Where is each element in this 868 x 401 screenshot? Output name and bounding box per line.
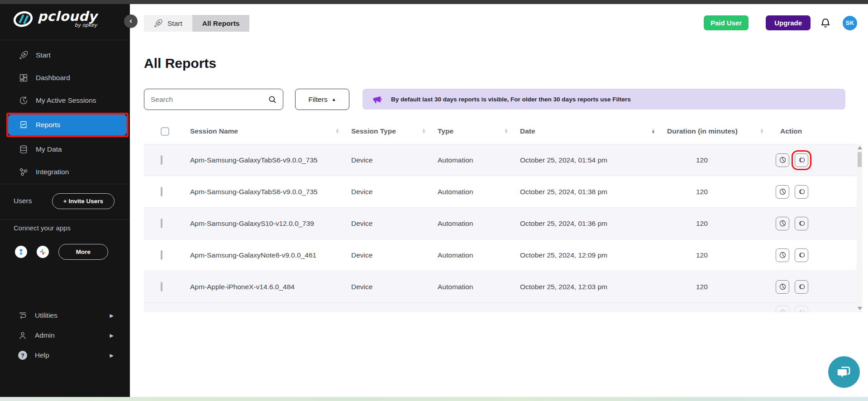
user-avatar[interactable]: SK <box>843 16 857 30</box>
table-row: Apm-Samsung-GalaxyS10-v12.0.0_739 Device… <box>144 207 857 239</box>
dashboard-icon <box>19 73 28 82</box>
sidebar-collapse-button[interactable]: ‹ <box>124 14 138 28</box>
invite-users-button[interactable]: + Invite Users <box>52 193 114 209</box>
row-checkbox[interactable] <box>161 219 162 228</box>
sidebar-item-help[interactable]: ? Help ▶ <box>0 345 130 365</box>
sessions-button[interactable] <box>795 185 808 199</box>
tab-start[interactable]: Start <box>144 15 192 32</box>
search-box <box>144 89 283 110</box>
cell-type: Automation <box>438 251 520 259</box>
cell-session-type: Device <box>351 251 438 259</box>
more-apps-button[interactable]: More <box>58 244 108 260</box>
sidebar-divider <box>0 184 130 184</box>
cell-duration: 120 <box>667 283 776 291</box>
cell-session-name: Apm-Samsung-GalaxyS10-v12.0.0_739 <box>190 220 351 228</box>
select-all-checkbox[interactable] <box>161 127 169 136</box>
upgrade-button[interactable]: Upgrade <box>766 15 811 30</box>
report-pie-chart-button[interactable] <box>776 280 789 294</box>
sort-icons[interactable]: ▲▼ <box>335 129 339 134</box>
row-checkbox[interactable] <box>161 282 162 291</box>
sessions-button[interactable] <box>795 306 808 312</box>
sidebar-item-integration[interactable]: Integration <box>0 161 130 183</box>
sidebar-nav: Start Dashboard My Active Sessions <box>0 44 130 183</box>
banner-text: By default last 30 days reports is visib… <box>391 96 631 103</box>
table-row-partial <box>144 302 857 312</box>
cell-session-name: Apm-Samsung-GalaxyTabS6-v9.0.0_735 <box>190 156 351 164</box>
connect-apps-row: More <box>15 244 108 260</box>
topbar-actions: Paid User Upgrade SK <box>704 15 857 30</box>
sessions-button[interactable] <box>795 280 808 294</box>
tab-label: Start <box>167 19 182 28</box>
slack-icon[interactable] <box>37 246 49 258</box>
scroll-down-icon[interactable] <box>858 307 862 310</box>
cell-duration: 120 <box>667 220 776 228</box>
sort-icons[interactable]: ▲▼ <box>504 129 508 134</box>
jira-icon[interactable] <box>15 246 27 258</box>
column-header-session-type[interactable]: Session Type <box>351 127 396 135</box>
report-icon <box>19 120 28 129</box>
utilities-icon <box>18 311 27 320</box>
row-actions <box>776 217 857 230</box>
cell-date: October 25, 2024, 12:09 pm <box>520 251 667 259</box>
table-header-row: Session Name ▲▼ Session Type ▲▼ Type ▲▼ … <box>144 119 857 144</box>
sidebar-item-my-data[interactable]: My Data <box>0 138 130 161</box>
sidebar-item-label: Reports <box>36 121 60 129</box>
report-pie-chart-button[interactable] <box>776 185 789 199</box>
row-checkbox[interactable] <box>161 187 162 196</box>
sessions-button-annotated[interactable] <box>795 153 808 167</box>
window-top-strip <box>0 0 868 4</box>
column-header-session-name[interactable]: Session Name <box>190 127 238 135</box>
sort-desc-icon: ▼ <box>504 131 508 134</box>
sidebar-item-admin[interactable]: Admin ▶ <box>0 325 130 345</box>
pcloudy-logo[interactable]: pcloudy by opkey <box>13 10 97 31</box>
sidebar-item-label: My Data <box>36 145 62 153</box>
tab-all-reports[interactable]: All Reports <box>192 15 250 32</box>
sessions-button[interactable] <box>795 217 808 230</box>
caret-up-icon: ▲ <box>332 97 336 102</box>
column-header-date[interactable]: Date <box>520 127 535 135</box>
filters-label: Filters <box>308 95 327 104</box>
scrollbar-thumb[interactable] <box>858 152 862 167</box>
table-scrollbar[interactable] <box>857 144 863 312</box>
sidebar-item-label: Integration <box>36 168 69 176</box>
cell-type: Automation <box>438 156 520 164</box>
sidebar-item-reports[interactable]: Reports <box>8 115 127 135</box>
row-checkbox[interactable] <box>161 250 162 260</box>
report-pie-chart-button[interactable] <box>776 248 789 262</box>
chat-bubbles-icon <box>836 364 852 380</box>
chat-widget-button[interactable] <box>828 356 860 388</box>
sort-icons[interactable]: ▲▼ <box>760 129 764 134</box>
scroll-up-icon[interactable] <box>858 146 862 149</box>
column-header-duration[interactable]: Duration (in minutes) <box>667 127 738 135</box>
sidebar-item-label: My Active Sessions <box>36 96 96 105</box>
row-actions <box>776 280 857 294</box>
cell-session-type: Device <box>351 156 438 164</box>
report-pie-chart-button[interactable] <box>776 306 789 312</box>
row-checkbox[interactable] <box>161 155 162 165</box>
annotation-box-reports: Reports <box>6 113 129 137</box>
sidebar-item-my-active-sessions[interactable]: My Active Sessions <box>0 89 130 112</box>
row-actions <box>776 248 857 262</box>
cell-session-name: Apm-Apple-iPhoneX-v14.6.0_484 <box>190 283 351 291</box>
paid-user-badge[interactable]: Paid User <box>704 15 749 30</box>
search-icon[interactable] <box>268 95 277 104</box>
sidebar-item-dashboard[interactable]: Dashboard <box>0 67 130 89</box>
cell-type: Automation <box>438 220 520 228</box>
table-row: Apm-Apple-iPhoneX-v14.6.0_484 Device Aut… <box>144 271 857 302</box>
notifications-bell-icon[interactable] <box>820 18 831 29</box>
sort-desc-icon: ▼ <box>760 131 764 134</box>
sort-icons[interactable]: ▲▼ <box>651 129 655 134</box>
report-pie-chart-button[interactable] <box>776 217 789 230</box>
table-row: Apm-Samsung-GalaxyTabS6-v9.0.0_735 Devic… <box>144 144 857 176</box>
chevron-right-icon: ▶ <box>110 333 114 339</box>
column-header-type[interactable]: Type <box>438 127 453 135</box>
sidebar-item-start[interactable]: Start <box>0 44 130 67</box>
sort-desc-icon-active: ▼ <box>651 131 655 134</box>
search-input[interactable] <box>144 95 268 104</box>
sidebar-item-utilities[interactable]: Utilities ▶ <box>0 306 130 325</box>
sessions-button[interactable] <box>795 248 808 262</box>
cell-date: October 25, 2024, 01:38 pm <box>520 188 667 196</box>
filters-button[interactable]: Filters ▲ <box>295 89 349 110</box>
sort-icons[interactable]: ▲▼ <box>422 129 426 134</box>
report-pie-chart-button[interactable] <box>776 153 789 167</box>
